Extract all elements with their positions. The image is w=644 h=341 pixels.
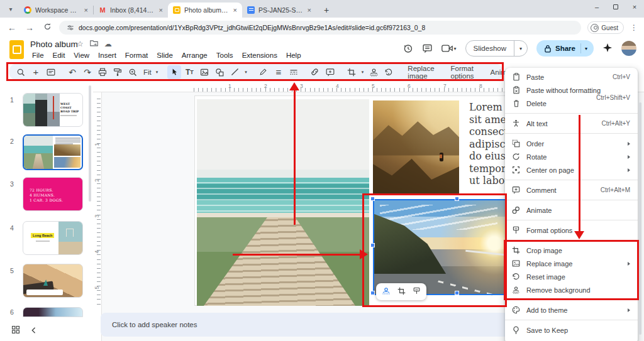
filmstrip-scrollbar[interactable] — [89, 85, 91, 202]
guest-profile-button[interactable]: Guest — [587, 21, 624, 34]
zoom-icon[interactable] — [126, 65, 140, 79]
menu-tools[interactable]: Tools — [212, 50, 238, 60]
chevron-down-icon[interactable]: ▾ — [154, 70, 160, 75]
pen-border-color-icon[interactable] — [257, 65, 270, 79]
menu-item-delete[interactable]: Delete — [505, 97, 638, 110]
menu-item-format-options[interactable]: Format options — [505, 224, 638, 237]
remove-background-icon[interactable] — [367, 65, 380, 79]
slides-logo-icon[interactable] — [9, 40, 24, 59]
cloud-status-icon[interactable]: ☁ — [104, 40, 112, 48]
menu-item-save-to-keep[interactable]: Save to Keep — [505, 323, 638, 337]
browser-menu-kebab-icon[interactable]: ⋮ — [630, 23, 638, 32]
site-settings-icon[interactable] — [67, 24, 74, 31]
document-title[interactable]: Photo album — [30, 40, 78, 49]
insert-shape-icon[interactable] — [213, 65, 226, 79]
resize-handle-top-left[interactable] — [370, 197, 375, 201]
tab-photo-album-active[interactable]: Photo album - Google Slides × — [168, 3, 242, 18]
new-tab-button[interactable]: + — [320, 4, 333, 16]
reload-button[interactable] — [42, 23, 53, 33]
collapse-filmstrip-icon[interactable] — [30, 325, 36, 337]
border-dash-icon[interactable] — [287, 65, 301, 79]
insert-link-icon[interactable] — [308, 65, 322, 79]
menu-item-remove-background[interactable]: Remove background — [505, 283, 638, 296]
tab-gmail-inbox[interactable]: M Inbox (8,414) - jeson45@gmail.com × — [94, 3, 168, 18]
menu-help[interactable]: Help — [282, 50, 306, 60]
paint-format-icon[interactable] — [111, 65, 125, 79]
search-menus-icon[interactable] — [14, 65, 28, 79]
grid-view-icon[interactable] — [11, 325, 20, 337]
remove-background-quick-icon[interactable] — [382, 286, 391, 298]
menu-item-rotate[interactable]: Rotate — [505, 150, 638, 163]
menu-insert[interactable]: Insert — [94, 50, 121, 60]
resize-handle-bottom-mid[interactable] — [455, 291, 459, 295]
move-folder-icon[interactable] — [90, 40, 98, 48]
slideshow-dropdown[interactable]: ▾ — [514, 41, 527, 56]
chevron-down-icon[interactable]: ▾ — [243, 70, 249, 75]
tab-search-icon[interactable]: ▾ — [5, 3, 16, 14]
forward-button[interactable]: → — [24, 23, 35, 33]
user-avatar[interactable] — [621, 41, 636, 56]
text-box-tool[interactable]: TT — [182, 65, 196, 79]
slide-thumbnail-2-selected[interactable] — [23, 134, 83, 170]
resize-handle-bottom-left[interactable] — [370, 291, 375, 295]
menu-item-paste-without-formatting[interactable]: Paste without formatting Ctrl+Shift+V — [505, 84, 638, 97]
menu-item-crop-image[interactable]: Crop image — [505, 244, 638, 257]
resize-handle-top-mid[interactable] — [455, 197, 459, 201]
gemini-sparkle-icon[interactable] — [602, 43, 613, 55]
share-button[interactable]: Share ▾ — [536, 40, 594, 57]
tab-docs-file[interactable]: PS-JAN25-SI-6.docx - Google Docs × — [242, 3, 316, 18]
insert-image-icon[interactable] — [197, 65, 211, 79]
menu-item-center-on-page[interactable]: Center on page — [505, 163, 638, 176]
menu-edit[interactable]: Edit — [48, 50, 70, 60]
menu-item-replace-image[interactable]: Replace image — [505, 257, 638, 270]
menu-item-add-to-theme[interactable]: Add to theme — [505, 303, 638, 317]
crop-quick-icon[interactable] — [397, 286, 406, 298]
star-icon[interactable]: ☆ — [77, 40, 84, 48]
resize-handle-left-mid[interactable] — [370, 243, 375, 247]
menu-item-order[interactable]: Order — [505, 137, 638, 150]
format-options-button[interactable]: Format options — [447, 65, 479, 80]
comment-history-icon[interactable] — [422, 43, 433, 54]
boardwalk-beach-image[interactable] — [197, 99, 369, 306]
border-weight-icon[interactable]: ≡ — [272, 65, 286, 79]
tab-close-icon[interactable]: × — [308, 6, 311, 14]
mountain-hiker-image[interactable] — [373, 100, 459, 195]
replace-image-button[interactable]: Replace image — [403, 65, 438, 80]
tab-close-icon[interactable]: × — [233, 6, 237, 14]
menu-extensions[interactable]: Extensions — [238, 50, 282, 60]
slide-thumbnail-6[interactable] — [23, 307, 83, 317]
omnibox[interactable]: docs.google.com/presentation/d/1YxBpRdg3… — [59, 21, 581, 35]
menu-scrollbar[interactable] — [639, 102, 641, 335]
menu-item-animate[interactable]: Animate — [505, 203, 638, 217]
menu-format[interactable]: Format — [121, 50, 152, 60]
undo-button[interactable]: ↶ — [65, 65, 79, 79]
window-minimize-button[interactable]: – — [587, 0, 606, 14]
slideshow-button[interactable]: Slideshow ▾ — [465, 40, 528, 57]
slide-thumbnail-4[interactable]: Long Beach — [23, 221, 83, 255]
redo-button[interactable]: ↷ — [80, 65, 94, 79]
tab-close-icon[interactable]: × — [84, 6, 88, 14]
menu-item-paste[interactable]: Paste Ctrl+V — [505, 70, 638, 84]
version-history-icon[interactable] — [402, 43, 413, 54]
window-restore-button[interactable] — [606, 0, 625, 14]
meet-present-button[interactable]: ▾ — [441, 44, 457, 53]
slide-thumbnail-5[interactable] — [23, 264, 83, 298]
menu-item-alt-text[interactable]: Alt text Ctrl+Alt+Y — [505, 117, 638, 130]
menu-arrange[interactable]: Arrange — [177, 50, 212, 60]
slide-thumbnail-3[interactable]: 72 HOURS. 4 HUMANS. 1 CAR. 3 DOGS. — [23, 177, 83, 211]
menu-file[interactable]: File — [28, 50, 48, 60]
menu-item-reset-image[interactable]: Reset image — [505, 270, 638, 283]
share-dropdown[interactable]: ▾ — [580, 43, 591, 53]
menu-item-comment[interactable]: Comment Ctrl+Alt+M — [505, 183, 638, 197]
window-close-button[interactable]: × — [625, 0, 644, 14]
new-slide-button[interactable]: + — [29, 65, 43, 79]
back-button[interactable]: ← — [6, 23, 18, 33]
crop-image-icon[interactable] — [345, 65, 358, 79]
add-comment-icon[interactable] — [323, 65, 337, 79]
select-tool-button[interactable] — [167, 65, 181, 79]
tab-close-icon[interactable]: × — [159, 6, 163, 14]
format-options-quick-icon[interactable] — [413, 286, 421, 298]
menu-slide[interactable]: Slide — [152, 50, 177, 60]
reset-image-icon[interactable] — [382, 65, 396, 79]
zoom-level-select[interactable]: Fit — [141, 68, 153, 76]
